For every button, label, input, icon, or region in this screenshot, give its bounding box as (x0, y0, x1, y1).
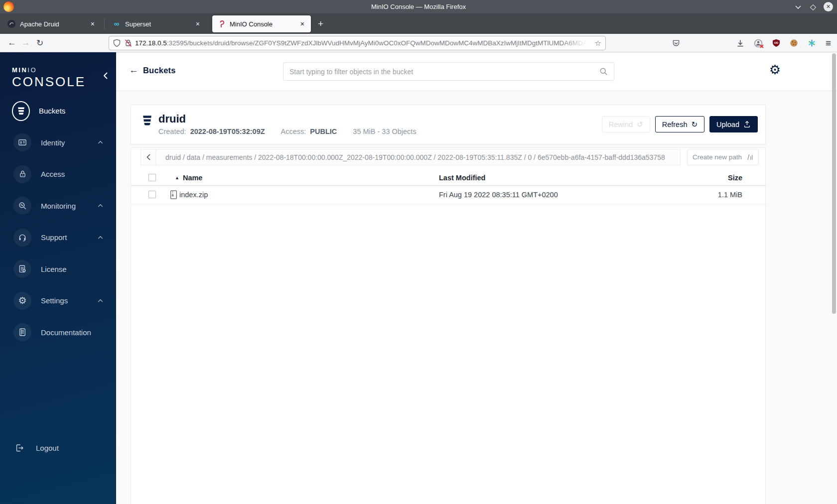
insecure-lock-icon[interactable] (125, 39, 132, 47)
firefox-logo-icon (3, 1, 14, 12)
url-path: :32595/buckets/druid/browse/ZGF0YS9tZWFz… (167, 39, 592, 47)
breadcrumb-path[interactable]: druid / data / measurements / 2022-08-18… (156, 149, 680, 165)
padlock-icon (13, 165, 31, 183)
content-area: druid Created: 2022-08-19T05:32:09Z Acce… (116, 91, 837, 504)
extension-disabled-icon[interactable] (754, 39, 763, 48)
tracking-shield-icon[interactable] (113, 39, 121, 47)
object-browser-panel: druid / data / measurements / 2022-08-18… (131, 147, 766, 504)
refresh-button[interactable]: Refresh↻ (655, 116, 704, 132)
page-title: Buckets (143, 66, 176, 75)
column-header-name[interactable]: Name (183, 174, 203, 182)
downloads-icon[interactable] (736, 39, 744, 47)
nav-forward-icon: → (19, 36, 33, 49)
new-tab-button[interactable]: + (318, 18, 323, 29)
sidebar-collapse-icon[interactable] (103, 72, 108, 79)
url-bar[interactable]: 172.18.0.5:32595/buckets/druid/browse/ZG… (109, 36, 606, 50)
tab-label: MinIO Console (230, 20, 299, 28)
sidebar-item-documentation[interactable]: Documentation (0, 317, 116, 349)
tab-label: Superset (125, 20, 194, 28)
table-row[interactable]: index.zip Fri Aug 19 2022 08:35:11 GMT+0… (131, 186, 766, 204)
logout-icon (15, 443, 24, 453)
access-value: PUBLIC (310, 127, 337, 135)
main-area: ← Buckets ⚙ druid Cre (116, 52, 837, 504)
sidebar-item-label: Identity (41, 138, 65, 147)
create-new-path-button[interactable]: Create new path (687, 149, 759, 165)
sort-asc-icon[interactable]: ▲ (175, 175, 179, 180)
upload-icon (743, 121, 751, 128)
rewind-button: Rewind↺ (602, 116, 650, 132)
svg-text:UO: UO (774, 41, 779, 44)
chevron-up-icon[interactable] (98, 236, 103, 239)
upload-button[interactable]: Upload (709, 116, 758, 132)
object-size: 1.1 MiB (718, 191, 742, 199)
search-icon (599, 67, 608, 76)
column-header-size[interactable]: Size (728, 174, 742, 182)
bucket-icon (141, 114, 153, 126)
back-to-buckets[interactable]: ← Buckets (129, 65, 176, 76)
sidebar-item-access[interactable]: Access (0, 158, 116, 190)
window-minimize-icon[interactable] (794, 2, 803, 11)
refresh-icon: ↻ (691, 120, 698, 129)
cookie-extension-icon[interactable] (790, 39, 798, 47)
tab-minio-console[interactable]: MinIO Console × (212, 15, 311, 32)
tab-apache-druid[interactable]: Apache Druid × (2, 15, 101, 32)
sidebar-item-license[interactable]: License (0, 253, 116, 285)
search-input[interactable] (289, 68, 599, 76)
tab-superset[interactable]: ∞ Superset × (108, 15, 206, 32)
zip-file-icon (170, 190, 177, 199)
nav-reload-icon[interactable]: ↻ (33, 36, 47, 49)
sidebar-item-label: Settings (41, 296, 68, 305)
sidebar-item-buckets[interactable]: Buckets (0, 95, 116, 127)
window-titlebar: MinIO Console — Mozilla Firefox ◇ × (0, 0, 837, 13)
column-header-modified[interactable]: Last Modified (439, 174, 485, 182)
object-name[interactable]: index.zip (179, 191, 208, 199)
url-text[interactable]: 172.18.0.5:32595/buckets/druid/browse/ZG… (135, 39, 592, 47)
bucket-meta: Created: 2022-08-19T05:32:09Z Access: PU… (158, 127, 417, 135)
chevron-up-icon[interactable] (98, 299, 103, 302)
settings-gear-icon[interactable]: ⚙ (769, 63, 781, 76)
tab-close-icon[interactable]: × (89, 20, 96, 28)
sidebar-item-identity[interactable]: Identity (0, 127, 116, 159)
sidebar-item-monitoring[interactable]: Monitoring (0, 190, 116, 222)
row-checkbox[interactable] (148, 191, 156, 198)
sidebar-item-label: Support (41, 233, 67, 242)
bookmark-star-icon[interactable]: ☆ (595, 39, 601, 48)
object-modified: Fri Aug 19 2022 08:35:11 GMT+0200 (439, 191, 558, 199)
pocket-icon[interactable] (672, 39, 680, 47)
ublock-origin-icon[interactable]: UO (772, 39, 780, 47)
nav-back-icon[interactable]: ← (5, 36, 19, 49)
sidebar-item-logout[interactable]: Logout (0, 432, 116, 464)
rewind-icon: ↺ (637, 120, 643, 129)
bucket-name: druid (158, 113, 186, 126)
monitor-search-icon (13, 197, 31, 215)
tab-label: Apache Druid (20, 20, 89, 28)
tab-close-icon[interactable]: × (299, 20, 306, 28)
sidebar-item-label: Logout (36, 444, 59, 452)
bucket-stats: 35 MiB - 33 Objects (353, 127, 416, 135)
sidebar-item-support[interactable]: Support (0, 222, 116, 253)
sidebar-item-label: Buckets (39, 107, 65, 115)
window-title: MinIO Console — Mozilla Firefox (0, 3, 837, 10)
container-asterisk-icon[interactable] (808, 39, 816, 47)
chevron-up-icon[interactable] (98, 204, 103, 207)
minio-console-app: MINIO CONSOLE Buckets (0, 52, 837, 504)
select-all-checkbox[interactable] (148, 174, 156, 181)
url-host: 172.18.0.5 (135, 39, 167, 47)
sidebar-item-settings[interactable]: ⚙ Settings (0, 285, 116, 317)
window-close-icon[interactable]: × (824, 2, 833, 11)
chevron-up-icon[interactable] (98, 140, 103, 144)
create-path-icon (746, 153, 753, 161)
window-maximize-icon[interactable]: ◇ (809, 2, 818, 11)
superset-favicon: ∞ (113, 20, 121, 28)
sidebar-item-label: Monitoring (41, 202, 76, 210)
menu-hamburger-icon[interactable]: ≡ (826, 38, 831, 49)
page-scrollbar[interactable] (832, 53, 836, 314)
sidebar: MINIO CONSOLE Buckets (0, 52, 116, 504)
bucket-summary-card: druid Created: 2022-08-19T05:32:09Z Acce… (131, 105, 766, 144)
breadcrumb-back-button[interactable] (141, 149, 156, 165)
gear-icon: ⚙ (13, 292, 31, 310)
object-filter-searchbox (283, 62, 614, 81)
tab-close-icon[interactable]: × (194, 20, 201, 28)
tab-bar: Apache Druid × ∞ Superset × MinIO Consol… (0, 13, 837, 34)
document-icon (13, 323, 31, 341)
